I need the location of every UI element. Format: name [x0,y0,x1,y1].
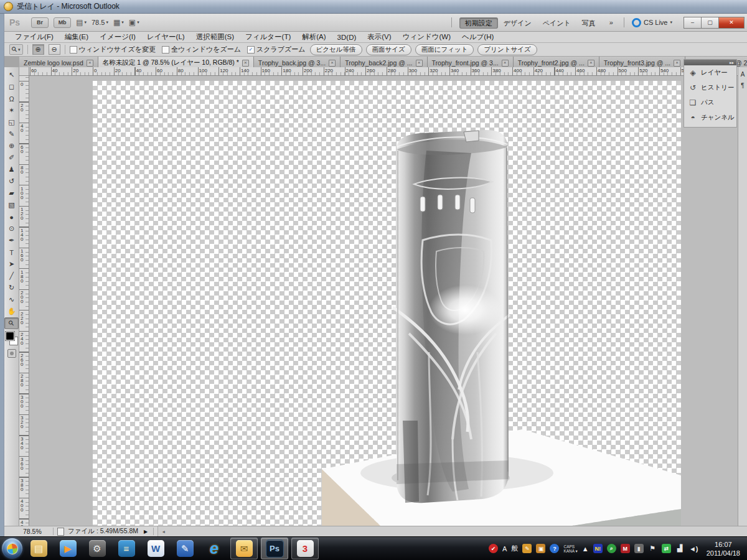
books-library-icon[interactable]: ≡ [113,538,139,559]
menu-item-6[interactable]: フィルター(T) [240,32,296,42]
canvas-transparent-checkerboard[interactable] [93,81,681,526]
brush-tool[interactable]: ✐ [6,152,18,164]
option-button-4[interactable]: プリントサイズ [477,44,537,55]
clone-stamp-tool[interactable]: ♟ [6,164,18,175]
eyedropper-tool[interactable]: ✎ [6,128,18,140]
ruler-origin-corner[interactable] [19,67,29,76]
tab-close-button[interactable]: × [87,60,93,67]
dodge-tool[interactable]: ⊙ [6,223,18,235]
menu-item-8[interactable]: 3D(D) [332,34,362,41]
zoom-in-mode-button[interactable]: ⊕ [32,44,44,55]
workspace-overflow-button[interactable]: » [606,19,616,26]
move-tool[interactable]: ↖ [6,69,18,81]
menu-item-10[interactable]: ウィンドウ(W) [397,32,456,42]
tab-close-button[interactable]: × [674,60,680,67]
3d-camera-rotate-tool[interactable]: ∿ [6,294,18,306]
workspace-button-3[interactable]: ペイント [537,17,576,29]
zoom-tool[interactable]: ⚲ [4,317,19,329]
menu-item-9[interactable]: 表示(V) [362,32,397,42]
help-tray-icon[interactable]: ? [550,544,559,553]
blue-box-app-icon[interactable]: ✎ [172,538,198,559]
close-button[interactable]: ✕ [719,17,745,29]
workspace-button-2[interactable]: デザイン [498,17,537,29]
messenger-badge-icon[interactable]: 3 [291,538,319,559]
tab-close-button[interactable]: × [329,60,336,67]
minimize-button[interactable]: – [684,17,702,29]
sync-tray-icon[interactable]: ⇄ [662,544,671,553]
screen-mode-dropdown[interactable]: ▣ ▾ [129,18,139,27]
lasso-tool[interactable]: Ω [6,93,18,105]
tab-close-button[interactable]: × [416,60,423,67]
checkbox-box[interactable] [162,46,169,54]
line-tool[interactable]: ╱ [6,270,18,282]
menu-item-1[interactable]: ファイル(F) [9,32,59,42]
workspace-button-1[interactable]: 初期設定 [459,17,498,29]
spot-healing-brush-tool[interactable]: ⊕ [6,140,18,152]
media-player-icon[interactable]: ▶ [55,538,81,559]
norton-tray-icon[interactable]: N! [593,544,603,553]
type-tool[interactable]: T [6,246,18,258]
horizontal-scrollbar[interactable]: ◄ [157,526,747,536]
option-button-2[interactable]: 画面サイズ [366,44,411,55]
mcafee-tray-icon[interactable]: M [621,544,630,553]
menu-item-5[interactable]: 選択範囲(S) [190,32,240,42]
search-tray-icon[interactable]: ⌕ [607,544,616,553]
dock-collapse-header[interactable]: ▸▸ [684,60,736,65]
power-tray-icon[interactable]: ▮ [634,544,644,553]
rectangular-marquee-tool[interactable]: ◻ [6,81,18,93]
horizontal-ruler[interactable]: 6040200204060801001201401601802002202402… [29,67,738,76]
option-checkbox-1[interactable]: ウィンドウサイズを変更 [70,45,156,54]
option-button-3[interactable]: 画面にフィット [415,44,474,55]
crop-tool[interactable]: ◱ [6,116,18,128]
option-checkbox-2[interactable]: 全ウィンドウをズーム [162,45,241,54]
view-extras-dropdown[interactable]: ▤ ▾ [76,18,87,27]
color-swatches[interactable] [6,332,18,345]
ime-mode-indicator[interactable]: A [502,545,507,553]
menu-item-7[interactable]: 解析(A) [296,32,331,42]
outlook-icon[interactable]: ✉ [230,538,258,559]
zoom-out-mode-button[interactable]: ⊖ [49,44,60,55]
antivirus-tray-icon[interactable]: ✔ [489,544,498,553]
show-hidden-icons[interactable]: ▲ [582,545,589,553]
history-brush-tool[interactable]: ↺ [6,175,18,187]
volume-tray-icon[interactable]: ◄) [689,544,698,553]
workspace-button-4[interactable]: 写真 [576,17,601,29]
menu-item-11[interactable]: ヘルプ(H) [456,32,499,42]
path-selection-tool[interactable]: ➤ [6,258,18,270]
menu-item-4[interactable]: レイヤー(L) [141,32,190,42]
palette-tray-icon[interactable]: ✎ [522,544,532,553]
menu-item-3[interactable]: イメージ(I) [94,32,141,42]
paragraph-panel-button[interactable]: ¶ [741,82,744,93]
network-tray-icon[interactable]: ▟ [675,544,685,553]
writer-app-icon[interactable]: W [143,538,169,559]
option-checkbox-3[interactable]: ✓スクラブズーム [247,45,306,54]
internet-explorer-icon[interactable]: e [201,538,227,559]
blur-tool[interactable]: ● [6,211,18,223]
pen-tool[interactable]: ✒ [6,235,18,246]
flag-tray-icon[interactable]: ⚑ [648,544,657,553]
current-tool-badge[interactable]: ⚲ ▾ [9,44,23,55]
panel-button-paths[interactable]: ❏パス [684,95,736,110]
scroll-left-arrow[interactable]: ◄ [158,530,169,534]
explorer-icon[interactable]: ▤ [26,538,52,559]
foreground-color-swatch[interactable] [6,332,14,340]
status-options-button[interactable]: ▶ [142,529,149,534]
utility-tray-icon[interactable]: ▣ [536,544,545,553]
tab-close-button[interactable]: × [242,60,249,67]
arrange-documents-dropdown[interactable]: ▦ ▾ [113,18,124,27]
cs-live-dropdown[interactable]: CS Live ▾ [632,18,672,27]
character-panel-button[interactable]: A [741,71,745,82]
start-button[interactable] [2,538,22,559]
panel-button-history[interactable]: ↺ヒストリー [684,80,736,95]
panel-button-layers[interactable]: ◈レイヤー [684,65,736,80]
option-button-1[interactable]: ピクセル等倍 [310,44,362,55]
menu-item-2[interactable]: 編集(E) [59,32,94,42]
photoshop-icon[interactable]: Ps [261,538,288,559]
device-tool-icon[interactable]: ⚙ [84,538,110,559]
maximize-button[interactable]: ▢ [702,17,719,29]
keyboard-status[interactable]: CAPSKANA ▾ [563,544,577,553]
background-window-titlebar[interactable]: 受信トレイ - Microsoft Outlook [0,0,747,14]
launch-bridge-button[interactable]: Br [31,17,49,28]
gradient-tool[interactable]: ▧ [6,199,18,211]
eraser-tool[interactable]: ▰ [6,187,18,199]
